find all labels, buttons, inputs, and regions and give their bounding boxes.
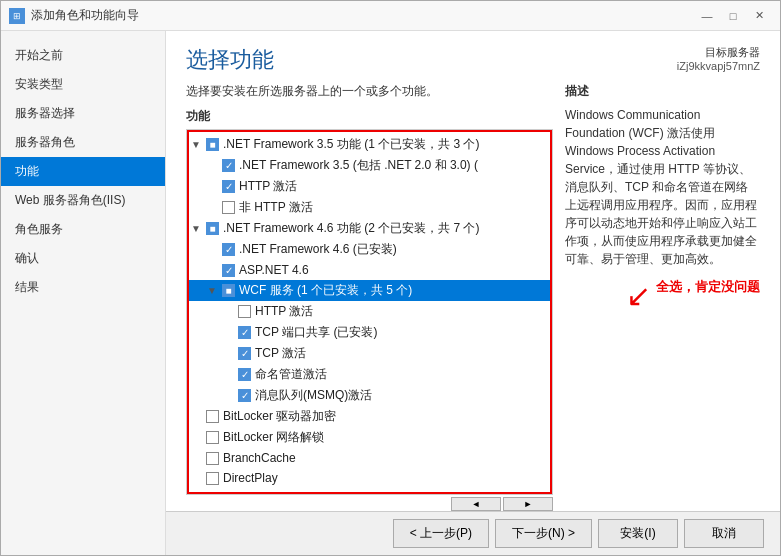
- footer: < 上一步(P) 下一步(N) > 安装(I) 取消: [166, 511, 780, 555]
- app-icon: ⊞: [9, 8, 25, 24]
- checkbox-directplay[interactable]: [206, 472, 219, 485]
- checkbox-branchcache[interactable]: [206, 452, 219, 465]
- feature-label-wcf: WCF 服务 (1 个已安装，共 5 个): [239, 282, 412, 299]
- annotation-container: ↙ 全选，肯定没问题: [565, 278, 760, 313]
- page-title: 选择功能: [186, 45, 274, 75]
- checkbox-httprpc[interactable]: [206, 492, 219, 494]
- target-server: 目标服务器 iZj9kkvapj57mnZ: [677, 45, 760, 72]
- feature-item-wcfmsmq[interactable]: ✓消息队列(MSMQ)激活: [187, 385, 552, 406]
- main-window: ⊞ 添加角色和功能向导 — □ ✕ 开始之前安装类型服务器选择服务器角色功能We…: [0, 0, 781, 556]
- description-text: Windows Communication Foundation (WCF) 激…: [565, 106, 760, 268]
- titlebar-controls: — □ ✕: [694, 6, 772, 26]
- prev-button[interactable]: < 上一步(P): [393, 519, 489, 548]
- feature-label-net35core: .NET Framework 3.5 (包括 .NET 2.0 和 3.0) (: [239, 157, 478, 174]
- close-button[interactable]: ✕: [746, 6, 772, 26]
- features-box: ▼■.NET Framework 3.5 功能 (1 个已安装，共 3 个)✓.…: [186, 129, 553, 495]
- checkbox-wcftcp[interactable]: ✓: [238, 326, 251, 339]
- feature-item-net46[interactable]: ▼■.NET Framework 4.6 功能 (2 个已安装，共 7 个): [187, 218, 552, 239]
- feature-item-httprpc[interactable]: HTTP 代理上的 RPC: [187, 488, 552, 494]
- checkbox-wcfhttp[interactable]: [238, 305, 251, 318]
- features-label: 功能: [186, 108, 553, 125]
- feature-label-http: HTTP 激活: [239, 178, 297, 195]
- minimize-button[interactable]: —: [694, 6, 720, 26]
- scroll-right-btn[interactable]: ►: [503, 497, 553, 511]
- target-server-value: iZj9kkvapj57mnZ: [677, 60, 760, 72]
- checkbox-bitlocker[interactable]: [206, 410, 219, 423]
- checkbox-bitlockernet[interactable]: [206, 431, 219, 444]
- feature-item-wcftcpact[interactable]: ✓TCP 激活: [187, 343, 552, 364]
- feature-label-wcfhttp: HTTP 激活: [255, 303, 313, 320]
- sidebar-item-confirm[interactable]: 确认: [1, 244, 165, 273]
- scroll-left-btn[interactable]: ◄: [451, 497, 501, 511]
- checkbox-aspnet46[interactable]: ✓: [222, 264, 235, 277]
- checkbox-wcfmsmq[interactable]: ✓: [238, 389, 251, 402]
- sidebar-item-result[interactable]: 结果: [1, 273, 165, 302]
- tree-arrow-wcf[interactable]: ▼: [207, 285, 219, 297]
- feature-item-bitlockernet[interactable]: BitLocker 网络解锁: [187, 427, 552, 448]
- feature-item-net35core[interactable]: ✓.NET Framework 3.5 (包括 .NET 2.0 和 3.0) …: [187, 155, 552, 176]
- checkbox-net46core[interactable]: ✓: [222, 243, 235, 256]
- feature-label-net35: .NET Framework 3.5 功能 (1 个已安装，共 3 个): [223, 136, 479, 153]
- feature-item-branchcache[interactable]: BranchCache: [187, 448, 552, 468]
- features-list[interactable]: ▼■.NET Framework 3.5 功能 (1 个已安装，共 3 个)✓.…: [187, 130, 552, 494]
- feature-item-bitlocker[interactable]: BitLocker 驱动器加密: [187, 406, 552, 427]
- feature-item-wcfpipe[interactable]: ✓命名管道激活: [187, 364, 552, 385]
- titlebar-title: 添加角色和功能向导: [31, 7, 139, 24]
- feature-label-branchcache: BranchCache: [223, 451, 296, 465]
- content: 开始之前安装类型服务器选择服务器角色功能Web 服务器角色(IIS)角色服务确认…: [1, 31, 780, 555]
- checkbox-wcfpipe[interactable]: ✓: [238, 368, 251, 381]
- checkbox-net35core[interactable]: ✓: [222, 159, 235, 172]
- sidebar-item-webrole[interactable]: Web 服务器角色(IIS): [1, 186, 165, 215]
- feature-label-wcfpipe: 命名管道激活: [255, 366, 327, 383]
- sidebar-item-before[interactable]: 开始之前: [1, 41, 165, 70]
- cancel-button[interactable]: 取消: [684, 519, 764, 548]
- instruction: 选择要安装在所选服务器上的一个或多个功能。: [186, 83, 553, 100]
- feature-label-httprpc: HTTP 代理上的 RPC: [223, 490, 334, 494]
- main-panel: 选择功能 目标服务器 iZj9kkvapj57mnZ 选择要安装在所选服务器上的…: [166, 31, 780, 555]
- feature-item-nonhttp[interactable]: 非 HTTP 激活: [187, 197, 552, 218]
- description-label: 描述: [565, 83, 760, 100]
- checkbox-net35[interactable]: ■: [206, 138, 219, 151]
- feature-item-wcfhttp[interactable]: HTTP 激活: [187, 301, 552, 322]
- feature-item-net46core[interactable]: ✓.NET Framework 4.6 (已安装): [187, 239, 552, 260]
- feature-label-wcftcpact: TCP 激活: [255, 345, 306, 362]
- feature-label-bitlockernet: BitLocker 网络解锁: [223, 429, 324, 446]
- feature-label-aspnet46: ASP.NET 4.6: [239, 263, 309, 277]
- titlebar: ⊞ 添加角色和功能向导 — □ ✕: [1, 1, 780, 31]
- feature-label-nonhttp: 非 HTTP 激活: [239, 199, 313, 216]
- feature-label-net46: .NET Framework 4.6 功能 (2 个已安装，共 7 个): [223, 220, 479, 237]
- maximize-button[interactable]: □: [720, 6, 746, 26]
- feature-label-net46core: .NET Framework 4.6 (已安装): [239, 241, 397, 258]
- titlebar-left: ⊞ 添加角色和功能向导: [9, 7, 139, 24]
- feature-label-wcftcp: TCP 端口共享 (已安装): [255, 324, 377, 341]
- page-header: 选择功能 目标服务器 iZj9kkvapj57mnZ: [166, 31, 780, 83]
- install-button[interactable]: 安装(I): [598, 519, 678, 548]
- main-body: 选择要安装在所选服务器上的一个或多个功能。 功能 ▼■.NET Framewor…: [166, 83, 780, 511]
- sidebar-item-roleservice[interactable]: 角色服务: [1, 215, 165, 244]
- sidebar-item-type[interactable]: 安装类型: [1, 70, 165, 99]
- feature-label-directplay: DirectPlay: [223, 471, 278, 485]
- right-panel: 描述 Windows Communication Foundation (WCF…: [565, 83, 760, 511]
- feature-item-wcftcp[interactable]: ✓TCP 端口共享 (已安装): [187, 322, 552, 343]
- sidebar-item-role[interactable]: 服务器角色: [1, 128, 165, 157]
- checkbox-net46[interactable]: ■: [206, 222, 219, 235]
- sidebar: 开始之前安装类型服务器选择服务器角色功能Web 服务器角色(IIS)角色服务确认…: [1, 31, 166, 555]
- feature-item-net35[interactable]: ▼■.NET Framework 3.5 功能 (1 个已安装，共 3 个): [187, 134, 552, 155]
- checkbox-nonhttp[interactable]: [222, 201, 235, 214]
- tree-arrow-net46[interactable]: ▼: [191, 223, 203, 235]
- tree-arrow-net35[interactable]: ▼: [191, 139, 203, 151]
- next-button[interactable]: 下一步(N) >: [495, 519, 592, 548]
- feature-item-aspnet46[interactable]: ✓ASP.NET 4.6: [187, 260, 552, 280]
- red-arrow-icon: ↙: [626, 278, 651, 313]
- feature-label-wcfmsmq: 消息队列(MSMQ)激活: [255, 387, 372, 404]
- checkbox-http[interactable]: ✓: [222, 180, 235, 193]
- sidebar-item-server[interactable]: 服务器选择: [1, 99, 165, 128]
- feature-item-wcf[interactable]: ▼■WCF 服务 (1 个已安装，共 5 个): [187, 280, 552, 301]
- checkbox-wcf[interactable]: ■: [222, 284, 235, 297]
- annotation-text: 全选，肯定没问题: [656, 278, 760, 296]
- sidebar-item-feature[interactable]: 功能: [1, 157, 165, 186]
- feature-item-directplay[interactable]: DirectPlay: [187, 468, 552, 488]
- feature-item-http[interactable]: ✓HTTP 激活: [187, 176, 552, 197]
- target-server-label: 目标服务器: [677, 45, 760, 60]
- checkbox-wcftcpact[interactable]: ✓: [238, 347, 251, 360]
